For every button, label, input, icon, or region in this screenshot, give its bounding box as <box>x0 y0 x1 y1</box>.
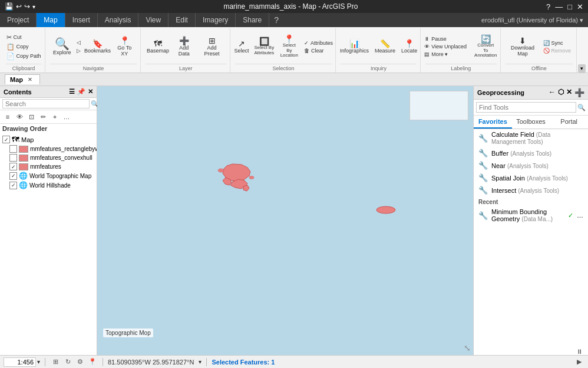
bookmarks-button[interactable]: 🔖 Bookmarks <box>84 31 111 62</box>
redo-icon[interactable]: ↪ <box>24 2 30 11</box>
map-area[interactable]: Topographic Mop ⤡ <box>97 86 473 355</box>
window-controls[interactable]: ? — □ ✕ <box>546 2 583 11</box>
layer-edit-icon[interactable]: ✏ <box>38 111 48 122</box>
user-info[interactable]: erodofili_ufl (University of Florida) ▾ <box>477 13 588 27</box>
contents-pin-icon[interactable]: 📌 <box>77 88 85 96</box>
tab-analysis[interactable]: Analysis <box>98 13 139 27</box>
status-grid-icon[interactable]: ⊞ <box>50 357 61 367</box>
geo-back-icon[interactable]: ← <box>549 88 556 97</box>
attributes-button[interactable]: ✓ Attributes <box>302 40 335 47</box>
tab-map[interactable]: Map <box>37 13 65 27</box>
download-map-button[interactable]: ⬇ Download Map <box>506 31 540 62</box>
help-icon[interactable]: ? <box>269 13 283 27</box>
status-sync-icon[interactable]: ⚙ <box>75 357 85 367</box>
doc-tab-map[interactable]: Map ✕ <box>5 74 40 84</box>
convex-label: mmfeatures_convexhull <box>30 155 93 161</box>
sync-button[interactable]: 🔄 Sync <box>541 40 573 47</box>
zoom-forward-button[interactable]: ▷ <box>75 47 82 54</box>
tab-insert[interactable]: Insert <box>65 13 98 27</box>
geo-add-icon[interactable]: ➕ <box>574 88 584 97</box>
basemap-button[interactable]: 🗺 Basemap <box>146 31 171 62</box>
geo-expand-icon[interactable]: ⬡ <box>558 88 564 97</box>
tab-project[interactable]: Project <box>0 13 37 27</box>
status-gps-icon[interactable]: 📍 <box>87 357 98 367</box>
drawing-order-icon[interactable]: ≡ <box>2 111 13 122</box>
save-icon[interactable]: 💾 <box>5 2 14 11</box>
select-button[interactable]: ↗ Select <box>232 31 251 62</box>
explore-button[interactable]: 🔍 Explore <box>50 31 74 62</box>
scale-dropdown-icon[interactable]: ▾ <box>37 359 40 365</box>
tool-intersect[interactable]: 🔧 Intersect (Analysis Tools) <box>474 184 588 196</box>
tab-view[interactable]: View <box>138 13 169 27</box>
rect-checkbox[interactable] <box>9 145 17 153</box>
map-group-label: Map <box>21 136 34 143</box>
zoom-back-button[interactable]: ◁ <box>75 39 82 46</box>
tab-toolboxes[interactable]: Toolboxes <box>512 116 550 129</box>
add-data-button[interactable]: ➕ Add Data <box>171 31 196 62</box>
view-unplaced-button[interactable]: 👁 View Unplaced <box>422 43 468 50</box>
map-resize-handle[interactable]: ⤡ <box>464 343 471 353</box>
convex-checkbox[interactable] <box>9 154 17 162</box>
go-to-xy-button[interactable]: 📍 Go To XY <box>113 31 137 62</box>
tool-min-bounding[interactable]: 🔧 Minimum Bounding Geometry (Data Ma...)… <box>474 206 588 224</box>
maximize-button[interactable]: □ <box>567 2 572 11</box>
contents-close-icon[interactable]: ✕ <box>88 88 93 96</box>
add-preset-button[interactable]: ⊞ Add Preset <box>197 31 226 62</box>
quick-access-toolbar[interactable]: 💾 ↩ ↪ ▾ <box>5 2 35 11</box>
undo-icon[interactable]: ↩ <box>16 2 22 11</box>
locate-button[interactable]: 📍 Locate <box>399 31 419 62</box>
select-by-attrs-button[interactable]: 🔲 Select ByAttributes <box>252 31 276 62</box>
tool-near[interactable]: 🔧 Near (Analysis Tools) <box>474 159 588 172</box>
layer-item-rect[interactable]: mmfeatures_rectanglebywidth <box>0 144 97 153</box>
clear-button[interactable]: 🗑 Clear <box>302 47 335 54</box>
help-button[interactable]: ? <box>546 2 550 11</box>
tool-buffer[interactable]: 🔧 Buffer (Analysis Tools) <box>474 147 588 159</box>
tab-favorites[interactable]: Favorites <box>474 116 512 129</box>
measure-button[interactable]: 📏 Measure <box>372 31 398 62</box>
topo-checkbox[interactable]: ✓ <box>9 172 17 180</box>
copy-button[interactable]: 📋 Copy <box>5 42 43 51</box>
status-play-icon[interactable]: ▶ <box>574 357 584 367</box>
convert-annotation-button[interactable]: 🔄 Convert ToAnnotation <box>472 31 499 62</box>
layer-item-map[interactable]: ✓ 🗺 Map <box>0 134 97 144</box>
mm-checkbox[interactable]: ✓ <box>9 163 17 170</box>
more-labeling-button[interactable]: ▤ More ▾ <box>422 51 468 58</box>
scale-input[interactable] <box>4 357 36 367</box>
layer-selection-icon[interactable]: ⊡ <box>26 111 37 122</box>
geoprocessing-search-input[interactable] <box>476 102 576 113</box>
tab-edit[interactable]: Edit <box>169 13 196 27</box>
ribbon-expand-button[interactable]: ▾ <box>578 64 586 73</box>
close-button[interactable]: ✕ <box>577 2 583 11</box>
contents-more-icon[interactable]: … <box>61 111 72 122</box>
status-rotation-icon[interactable]: ↻ <box>62 357 73 367</box>
infographics-button[interactable]: 📊 Infographics <box>338 31 371 62</box>
remove-button[interactable]: 🚫 Remove <box>541 47 573 54</box>
layer-item-mm[interactable]: ✓ mmfeatures <box>0 162 97 171</box>
doc-tab-close-icon[interactable]: ✕ <box>28 77 32 83</box>
geo-close-icon[interactable]: ✕ <box>566 88 572 97</box>
copy-path-button[interactable]: 📄 Copy Path <box>5 52 43 61</box>
cut-button[interactable]: ✂ Cut <box>5 33 43 42</box>
layer-item-hillshade[interactable]: ✓ 🌐 World Hillshade <box>0 180 97 190</box>
select-by-location-button[interactable]: 📍 Select ByLocation <box>278 31 302 62</box>
hillshade-checkbox[interactable]: ✓ <box>9 182 17 189</box>
coordinates-dropdown-icon[interactable]: ▾ <box>199 359 201 365</box>
tab-portal[interactable]: Portal <box>550 116 588 129</box>
layer-item-topo[interactable]: ✓ 🌐 World Topographic Map <box>0 171 97 180</box>
spatial-join-name: Spatial Join <box>491 175 525 182</box>
tab-imagery[interactable]: Imagery <box>196 13 236 27</box>
minimize-button[interactable]: — <box>555 2 563 11</box>
tab-share[interactable]: Share <box>236 13 269 27</box>
contents-list-icon[interactable]: ☰ <box>69 88 75 96</box>
min-bounding-more-icon[interactable]: … <box>577 212 583 219</box>
layer-item-convex[interactable]: mmfeatures_convexhull <box>0 153 97 162</box>
contents-search-input[interactable] <box>2 99 90 109</box>
pause-button[interactable]: ⏸ Pause <box>422 35 468 42</box>
status-pause-icon[interactable]: ⏸ <box>574 346 584 357</box>
layer-visibility-icon[interactable]: 👁 <box>14 111 25 122</box>
tool-calculate-field[interactable]: 🔧 Calculate Field (Data Management Tools… <box>474 129 588 147</box>
map-group-checkbox[interactable]: ✓ <box>2 136 10 143</box>
layer-snapping-icon[interactable]: ⌖ <box>49 111 60 122</box>
tool-spatial-join[interactable]: 🔧 Spatial Join (Analysis Tools) <box>474 172 588 184</box>
geo-search-icon[interactable]: 🔍 <box>577 104 586 111</box>
